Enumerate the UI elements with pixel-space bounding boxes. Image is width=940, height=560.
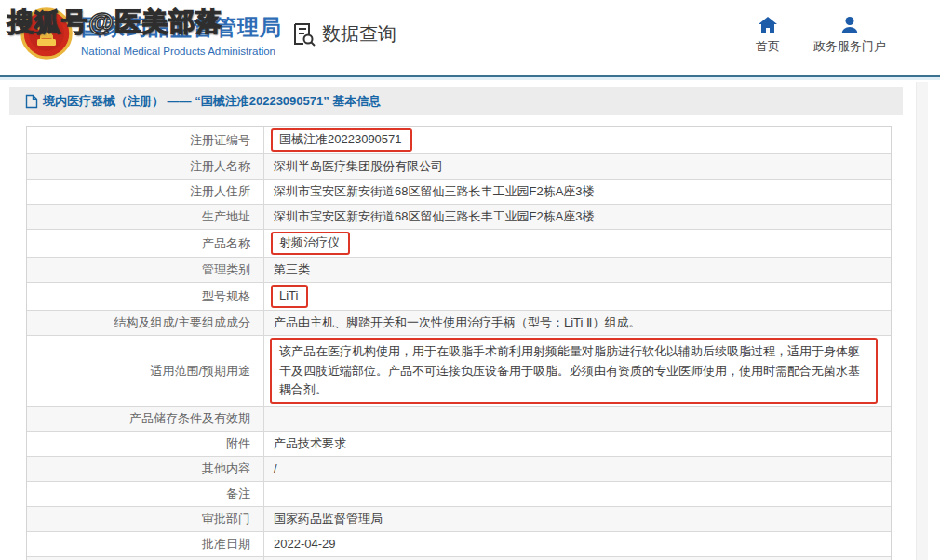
row-value: 该产品在医疗机构使用，用于在吸脂手术前利用射频能量对脂肪进行软化以辅助后续吸脂过… <box>264 336 891 405</box>
table-row: 注册人名称深圳半岛医疗集团股份有限公司 <box>27 154 891 180</box>
home-icon <box>758 16 778 34</box>
breadcrumb-text: 境内医疗器械（注册） —— “国械注准20223090571” 基本信息 <box>43 93 381 110</box>
row-label: 产品名称 <box>27 230 264 257</box>
nav-item-label: 政务服务门户 <box>813 38 886 55</box>
table-row: 适用范围/预期用途该产品在医疗机构使用，用于在吸脂手术前利用射频能量对脂肪进行软… <box>27 336 891 406</box>
row-label: 结构及组成/主要组成成分 <box>27 311 264 335</box>
row-label: 注册证编号 <box>27 127 264 153</box>
row-value: 国械注准20223090571 <box>264 127 891 153</box>
annotation-box: 国械注准20223090571 <box>271 128 412 152</box>
table-row: 产品名称射频治疗仪 <box>27 230 891 258</box>
table-row: 管理类别第三类 <box>27 258 891 283</box>
table-row: 注册证编号国械注准20223090571 <box>27 127 891 154</box>
row-label: 批准日期 <box>27 532 264 556</box>
row-label: 生产地址 <box>27 205 264 229</box>
row-value: 国家药品监督管理局 <box>264 507 891 531</box>
row-label: 注册人住所 <box>27 180 264 204</box>
row-value: 产品由主机、脚踏开关和一次性使用治疗手柄（型号：LiTi Ⅱ）组成。 <box>264 311 891 335</box>
row-value: / <box>264 457 891 481</box>
row-value <box>264 482 891 506</box>
table-row: 结构及组成/主要组成成分产品由主机、脚踏开关和一次性使用治疗手柄（型号：LiTi… <box>27 311 891 336</box>
row-value: 2022-04-29 <box>264 532 891 556</box>
row-label: 附件 <box>27 432 264 456</box>
table-row: 附件产品技术要求 <box>27 432 891 457</box>
row-label: 型号规格 <box>27 283 264 310</box>
data-query-label: 数据查询 <box>322 21 396 47</box>
row-value: 深圳市宝安区新安街道68区留仙三路长丰工业园F2栋A座3楼 <box>264 205 891 229</box>
site-subtitle: National Medical Products Administration <box>81 46 282 57</box>
top-nav: 首页 政务服务门户 <box>756 16 886 55</box>
row-value: 深圳市宝安区新安街道68区留仙三路长丰工业园F2栋A座3楼 <box>264 180 891 204</box>
table-row: 批准日期2022-04-29 <box>27 532 891 557</box>
row-value: LiTi <box>264 283 891 310</box>
nav-item-home[interactable]: 首页 <box>756 16 780 55</box>
document-icon <box>25 94 38 109</box>
annotation-box: 该产品在医疗机构使用，用于在吸脂手术前利用射频能量对脂肪进行软化以辅助后续吸脂过… <box>270 338 878 403</box>
page: 搜狐号@医美部落 国家药品监督管理局 National Medical Prod… <box>0 0 940 560</box>
row-value: 深圳半岛医疗集团股份有限公司 <box>264 154 891 179</box>
table-row: 产品储存条件及有效期 <box>27 407 891 432</box>
row-value: 射频治疗仪 <box>264 230 891 257</box>
nav-item-label: 首页 <box>756 38 780 55</box>
data-query-icon <box>291 21 316 47</box>
row-label: 产品储存条件及有效期 <box>27 407 264 431</box>
table-row: 注册人住所深圳市宝安区新安街道68区留仙三路长丰工业园F2栋A座3楼 <box>27 180 891 205</box>
nav-item-gov-portal[interactable]: 政务服务门户 <box>813 16 886 55</box>
user-icon <box>839 16 860 34</box>
vertical-scrollbar[interactable] <box>916 82 928 560</box>
breadcrumb: 境内医疗器械（注册） —— “国械注准20223090571” 基本信息 <box>9 87 903 115</box>
row-value: 产品技术要求 <box>264 432 891 456</box>
row-label: 审批部门 <box>27 507 264 531</box>
row-label: 注册人名称 <box>27 154 264 179</box>
table-row: 备注 <box>27 482 891 507</box>
table-row: 审批部门国家药品监督管理局 <box>27 507 891 532</box>
watermark-text: 搜狐号@医美部落 <box>7 5 222 40</box>
annotation-box: LiTi <box>271 285 308 308</box>
row-label: 其他内容 <box>27 457 264 481</box>
table-row: 型号规格LiTi <box>27 283 891 311</box>
row-label: 适用范围/预期用途 <box>27 336 264 405</box>
data-query-button[interactable]: 数据查询 <box>291 21 396 47</box>
row-value <box>264 407 891 431</box>
annotation-box: 射频治疗仪 <box>271 232 350 255</box>
row-label: 备注 <box>27 482 264 506</box>
info-table: 注册证编号国械注准20223090571注册人名称深圳半岛医疗集团股份有限公司注… <box>26 126 892 560</box>
row-label: 管理类别 <box>27 258 264 282</box>
table-row: 生产地址深圳市宝安区新安街道68区留仙三路长丰工业园F2栋A座3楼 <box>27 205 891 230</box>
table-row: 其他内容/ <box>27 457 891 482</box>
row-value: 第三类 <box>264 258 891 282</box>
